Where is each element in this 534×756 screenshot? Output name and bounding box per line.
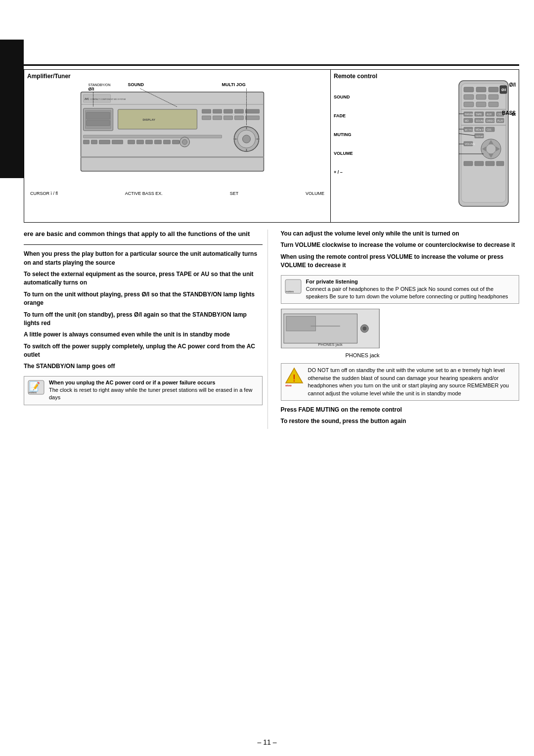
notes-box-left: 📝 notes When you unplug the AC power cor… <box>24 376 263 405</box>
svg-text:notes: notes <box>29 391 37 394</box>
svg-text:STANDBY/ON: STANDBY/ON <box>89 83 111 87</box>
muting-title-text: Press FADE MUTING on the remote control <box>281 406 520 414</box>
stop-svg-icon: ! stop <box>284 367 304 386</box>
svg-text:SOUND: SOUND <box>128 82 144 87</box>
notes-content-left: When you unplug the AC power cord or if … <box>49 379 259 402</box>
svg-rect-32 <box>99 140 110 144</box>
stop-box: ! stop DO NOT turn off on standby the un… <box>281 363 520 401</box>
svg-rect-12 <box>213 109 222 113</box>
svg-rect-17 <box>213 116 222 120</box>
svg-rect-60 <box>464 102 474 107</box>
amp-illustration: JVC COMPACT COMPONENT MD SYSTEM DISPLAY <box>27 80 327 189</box>
sidebar-tab <box>0 40 24 178</box>
svg-rect-98 <box>475 161 484 166</box>
svg-text:MD TITLE: MD TITLE <box>465 129 474 131</box>
svg-text:AUX: AUX <box>487 113 492 116</box>
svg-text:COMPACT COMPONENT MD SYSTEM: COMPACT COMPONENT MD SYSTEM <box>90 98 126 100</box>
phones-label: PHONES jack <box>281 352 380 358</box>
svg-text:DIRECT: DIRECT <box>487 119 496 122</box>
rc-section: Remote control SOUND FADE MUTING VOLUME … <box>331 70 519 222</box>
main-content: Amplifier/Tuner JVC COMPACT COMPONENT MD… <box>24 69 519 736</box>
remote-volume-text: When using the remote control press VOLU… <box>281 253 520 270</box>
volume-label: VOLUME <box>306 191 324 196</box>
svg-rect-9 <box>87 112 110 119</box>
right-column: You can adjust the volume level only whi… <box>278 230 520 429</box>
stop-text: DO NOT turn off on standby the unit with… <box>308 367 516 397</box>
svg-rect-61 <box>476 102 486 107</box>
svg-rect-5 <box>118 109 197 129</box>
svg-rect-53 <box>476 87 486 92</box>
svg-rect-52 <box>464 87 474 92</box>
page-number: – 11 – <box>258 738 277 746</box>
top-rule <box>24 64 519 66</box>
svg-text:SOUND: SOUND <box>476 119 485 122</box>
stop-icon: ! stop <box>284 367 304 386</box>
plus-minus-label: + / – <box>334 170 353 175</box>
amp-section: Amplifier/Tuner JVC COMPACT COMPONENT MD… <box>24 70 331 222</box>
svg-text:notes: notes <box>286 290 294 293</box>
svg-rect-35 <box>137 140 144 144</box>
turn-off-text: To turn off the unit (on standby), press… <box>24 311 263 328</box>
phones-illustration: PHONES jack <box>281 309 380 348</box>
muting-restore-text: To restore the sound, press the button a… <box>281 417 520 425</box>
svg-rect-39 <box>173 140 179 144</box>
svg-rect-62 <box>489 102 498 107</box>
svg-rect-13 <box>224 109 233 113</box>
bass-right-label: BASS <box>502 110 516 116</box>
svg-point-92 <box>486 144 496 154</box>
for-private-title: For private listening <box>306 279 516 284</box>
notes-svg-icon: 📝 notes <box>27 379 45 395</box>
svg-rect-97 <box>464 161 473 166</box>
svg-text:!: ! <box>293 373 296 383</box>
intro-text: ere are basic and common things that app… <box>24 230 263 238</box>
diagram-wrapper: Amplifier/Tuner JVC COMPACT COMPONENT MD… <box>24 69 519 223</box>
amp-bottom-labels: CURSOR ì / fl ACTIVE BASS EX. SET VOLUME <box>27 191 327 196</box>
for-private-text: Connect a pair of headphones to the P ON… <box>306 285 516 301</box>
phones-svg: PHONES jack <box>281 309 379 348</box>
svg-text:CD1: CD1 <box>487 128 491 131</box>
svg-rect-20 <box>246 116 260 120</box>
svg-text:📝: 📝 <box>29 381 41 392</box>
fade-side-label: FADE <box>334 113 353 118</box>
power-on-text: When you press the play button for a par… <box>24 250 263 267</box>
notes-icon-right: notes <box>284 279 302 294</box>
svg-text:stop: stop <box>285 384 292 386</box>
svg-text:JVC: JVC <box>85 97 89 100</box>
svg-rect-100 <box>496 161 504 166</box>
svg-rect-11 <box>202 109 211 113</box>
svg-rect-14 <box>235 109 244 113</box>
turn-volume-text: Turn VOLUME clockwise to increase the vo… <box>281 241 520 249</box>
svg-point-24 <box>243 135 251 143</box>
notes-box-right: notes For private listening Connect a pa… <box>281 275 520 304</box>
active-bass-label: ACTIVE BASS EX. <box>125 191 163 196</box>
little-power-text: A little power is always consumed even w… <box>24 331 263 339</box>
cursor-label: CURSOR ì / fl <box>30 191 58 196</box>
stop-content: DO NOT turn off on standby the unit with… <box>308 367 516 397</box>
set-label: SET <box>230 191 239 196</box>
svg-rect-57 <box>464 94 474 99</box>
volume-title-text: You can adjust the volume level only whi… <box>281 230 520 238</box>
svg-rect-34 <box>128 140 135 144</box>
svg-rect-33 <box>112 140 123 144</box>
svg-text:DISPLAY: DISPLAY <box>143 118 155 121</box>
amp-header-label: Amplifier/Tuner <box>27 73 327 80</box>
svg-text:PARAM: PARAM <box>465 113 473 116</box>
notes-content-right: For private listening Connect a pair of … <box>306 279 516 301</box>
svg-rect-10 <box>87 120 110 126</box>
remote-container: SOUND FADE MUTING VOLUME + / – <box>334 80 516 208</box>
muting-side-label: MUTING <box>334 132 353 137</box>
lamp-goes-off-text: The STANDBY/ON lamp goes off <box>24 362 263 371</box>
notes-text-left: The clock is reset to right away while t… <box>49 386 259 402</box>
svg-point-117 <box>362 327 366 331</box>
remote-svg: Ø/I PARAM TAPE <box>451 80 516 208</box>
left-column: ere are basic and common things that app… <box>24 230 268 429</box>
svg-text:TAPE: TAPE <box>476 113 482 116</box>
remote-left-labels: SOUND FADE MUTING VOLUME + / – <box>334 94 353 175</box>
notes-icon-left: 📝 notes <box>27 379 45 395</box>
svg-rect-58 <box>476 94 486 99</box>
external-source-text: To select the external equipment as the … <box>24 270 263 287</box>
svg-rect-30 <box>84 140 89 144</box>
switch-off-text: To switch off the power supply completel… <box>24 342 263 360</box>
svg-rect-31 <box>91 140 97 144</box>
svg-text:Ø/I: Ø/I <box>89 87 94 92</box>
